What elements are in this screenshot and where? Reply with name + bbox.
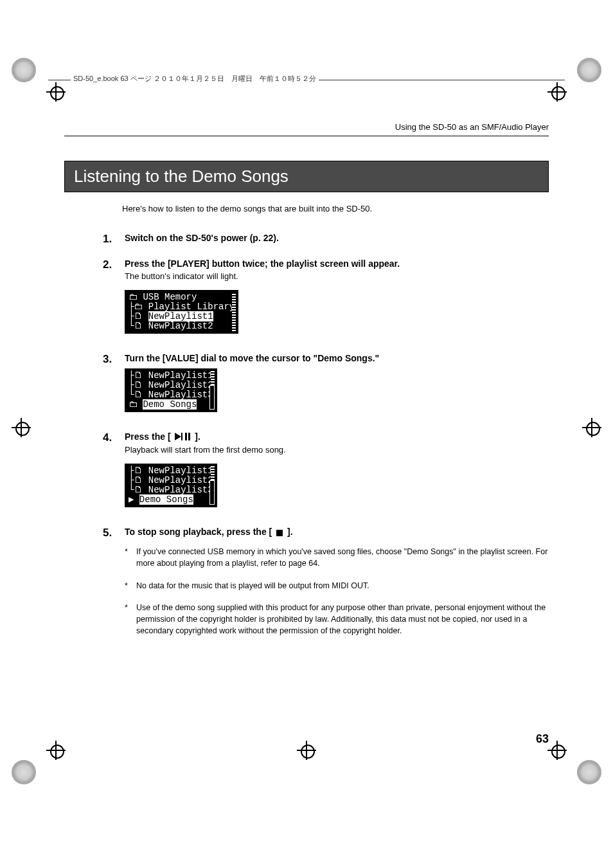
step-heading: Switch on the SD-50's power (p. 22).	[125, 233, 549, 243]
step-item: Switch on the SD-50's power (p. 22).	[103, 233, 549, 243]
step-heading: To stop song playback, press the [ ].	[125, 527, 549, 537]
note-item: No data for the music that is played wil…	[125, 580, 549, 592]
svg-marker-0	[175, 433, 181, 440]
stop-icon	[276, 530, 283, 536]
rosette-icon	[577, 760, 601, 784]
crosshair-icon	[547, 741, 567, 760]
intro-text: Here's how to listen to the demo songs t…	[122, 204, 549, 213]
step-item: Press the [PLAYER] button twice; the pla…	[103, 258, 549, 338]
step-item: To stop song playback, press the [ ].If …	[103, 527, 549, 637]
step-item: Turn the [VALUE] dial to move the cursor…	[103, 353, 549, 416]
svg-rect-2	[185, 433, 187, 440]
svg-rect-3	[188, 433, 190, 440]
note-item: Use of the demo song supplied with this …	[125, 602, 549, 637]
step-heading: Turn the [VALUE] dial to move the cursor…	[125, 353, 549, 363]
running-head: Using the SD-50 as an SMF/Audio Player	[64, 122, 549, 136]
page-number: 63	[536, 732, 549, 746]
steps-list: Switch on the SD-50's power (p. 22).Pres…	[103, 233, 549, 637]
lcd-screenshot: 🗀 USB Memory├🗀 Playlist Library├🗋 NewPla…	[125, 290, 238, 334]
crosshair-icon	[582, 418, 601, 437]
lcd-screenshot: ├🗋 NewPlaylist1├🗋 NewPlaylist2└🗋 NewPlay…	[125, 368, 217, 412]
lcd-screenshot: ├🗋 NewPlaylist1├🗋 NewPlaylist2└🗋 NewPlay…	[125, 464, 217, 507]
rosette-icon	[12, 760, 36, 784]
play-pause-icon	[175, 432, 190, 442]
rosette-icon	[577, 58, 601, 82]
step-subtext: Playback will start from the first demo …	[125, 445, 549, 455]
note-item: If you've connected USB memory in which …	[125, 546, 549, 569]
page: SD-50_e.book 63 ページ ２０１０年１月２５日 月曜日 午前１０時…	[0, 0, 613, 868]
crosshair-icon	[46, 82, 66, 102]
crosshair-icon	[46, 741, 66, 760]
step-heading: Press the [PLAYER] button twice; the pla…	[125, 258, 549, 269]
section-title: Listening to the Demo Songs	[64, 161, 549, 192]
crosshair-icon	[12, 418, 31, 437]
step-subtext: The button's indicator will light.	[125, 271, 549, 281]
rosette-icon	[12, 58, 36, 82]
content-area: Using the SD-50 as an SMF/Audio Player L…	[64, 122, 549, 759]
step-heading: Press the [ ].	[125, 431, 549, 442]
notes-list: If you've connected USB memory in which …	[125, 546, 549, 637]
running-head-rule: Using the SD-50 as an SMF/Audio Player	[64, 122, 549, 136]
book-info-label: SD-50_e.book 63 ページ ２０１０年１月２５日 月曜日 午前１０時…	[71, 74, 319, 84]
crosshair-icon	[547, 82, 567, 102]
step-item: Press the [ ].Playback will start from t…	[103, 431, 549, 511]
